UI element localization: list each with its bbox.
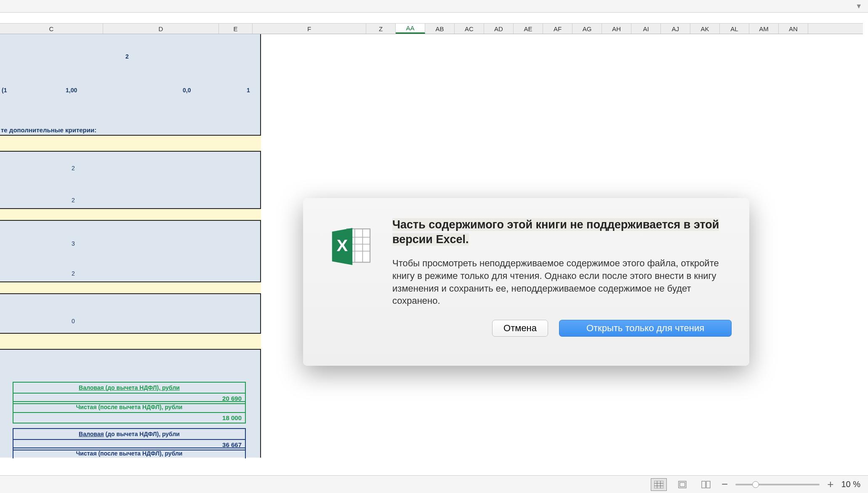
cell-value[interactable]: 2: [72, 165, 75, 171]
column-header-AA[interactable]: AA: [396, 24, 425, 34]
zoom-out-button[interactable]: −: [722, 478, 728, 491]
ribbon-collapsed-bar: ▼: [0, 0, 868, 13]
column-header-AN[interactable]: AN: [779, 24, 808, 34]
zoom-slider-thumb[interactable]: [752, 481, 759, 488]
salary-green-gross-label: Валовая (до вычета НДФЛ), рубли: [13, 382, 246, 394]
cell-value[interactable]: 0,0: [183, 87, 191, 94]
column-header-F[interactable]: F: [253, 24, 366, 34]
page-break-icon: [701, 481, 711, 488]
column-header-AM[interactable]: AM: [749, 24, 779, 34]
page-break-view-button[interactable]: [698, 478, 714, 491]
zoom-slider[interactable]: [735, 484, 820, 485]
column-header-AI[interactable]: AI: [631, 24, 661, 34]
column-header-E[interactable]: E: [219, 24, 253, 34]
cell-value[interactable]: 2: [72, 270, 75, 277]
excel-icon: X: [328, 223, 375, 270]
expand-ribbon-icon[interactable]: ▼: [855, 3, 862, 10]
cell-value[interactable]: 3: [72, 240, 75, 247]
open-readonly-button[interactable]: Открыть только для чтения: [559, 320, 732, 337]
zoom-in-button[interactable]: +: [827, 478, 833, 491]
svg-rect-8: [654, 481, 663, 488]
column-header-AL[interactable]: AL: [720, 24, 749, 34]
column-header-AD[interactable]: AD: [484, 24, 514, 34]
page-layout-view-button[interactable]: [674, 478, 690, 491]
column-header-AB[interactable]: AB: [425, 24, 455, 34]
input-band[interactable]: [0, 135, 261, 152]
svg-text:X: X: [337, 236, 348, 255]
salary-blue-net-label: Чистая (после вычета НДФЛ), рубли: [13, 447, 246, 458]
column-header-Z[interactable]: Z: [366, 24, 396, 34]
salary-blue-gross-label: Валовая (до вычета НДФЛ), рубли: [13, 428, 246, 440]
column-header-D[interactable]: D: [103, 24, 219, 34]
criteria-label: те дополнительные критерии:: [1, 126, 96, 134]
status-bar: − + 10 %: [0, 475, 868, 493]
cell-value[interactable]: 1: [247, 87, 250, 94]
grid-view-icon: [654, 481, 663, 488]
input-band[interactable]: [0, 208, 261, 221]
salary-blue-net: Чистая (после вычета НДФЛ), рубли: [13, 447, 246, 458]
cell-value[interactable]: 0: [72, 318, 75, 324]
column-header-AG[interactable]: AG: [572, 24, 602, 34]
column-header-AH[interactable]: AH: [602, 24, 631, 34]
column-header-AJ[interactable]: AJ: [661, 24, 690, 34]
column-header-AC[interactable]: AC: [455, 24, 484, 34]
column-header-C[interactable]: C: [0, 24, 103, 34]
column-headers[interactable]: CDEFZAAABACADAEAFAGAHAIAJAKALAMAN: [0, 23, 863, 34]
normal-view-button[interactable]: [651, 478, 667, 491]
page-layout-icon: [678, 481, 687, 488]
input-band[interactable]: [0, 333, 261, 350]
dialog-body: Чтобы просмотреть неподдерживаемое содер…: [392, 257, 732, 307]
column-header-AF[interactable]: AF: [543, 24, 572, 34]
cell-value[interactable]: 2: [125, 53, 129, 60]
cell-value[interactable]: (1: [2, 87, 7, 94]
svg-rect-16: [706, 481, 710, 488]
cell-value[interactable]: 2: [72, 197, 75, 204]
svg-rect-14: [680, 482, 685, 487]
dialog-title: Часть содержимого этой книги не поддержи…: [392, 217, 732, 247]
unsupported-content-dialog: X Часть содержимого этой книги не поддер…: [303, 198, 749, 366]
salary-green-net-value[interactable]: 18 000: [13, 413, 246, 423]
column-header-AE[interactable]: AE: [514, 24, 543, 34]
cell-value[interactable]: 1,00: [66, 87, 77, 94]
salary-green-net: Чистая (после вычета НДФЛ), рубли 18 000: [13, 401, 246, 423]
svg-rect-15: [702, 481, 706, 488]
salary-green-net-label: Чистая (после вычета НДФЛ), рубли: [13, 401, 246, 413]
column-header-AK[interactable]: AK: [690, 24, 720, 34]
cancel-button[interactable]: Отмена: [492, 320, 548, 337]
input-band[interactable]: [0, 281, 261, 294]
zoom-level[interactable]: 10 %: [841, 480, 860, 489]
